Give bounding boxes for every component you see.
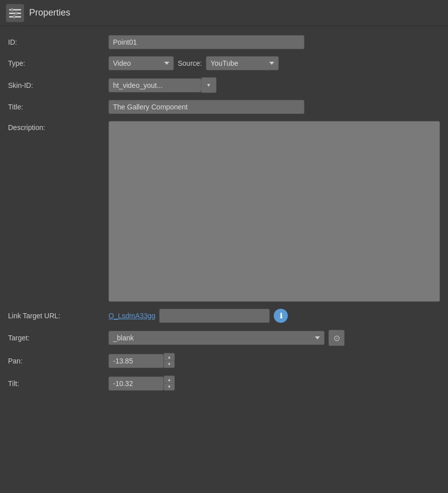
tilt-label: Tilt: xyxy=(8,380,108,388)
tilt-spinner-down[interactable]: ▼ xyxy=(164,383,175,391)
properties-icon xyxy=(6,4,24,22)
title-row: Title: xyxy=(8,100,440,114)
link-url-controls: O_LsdmA33gg ℹ xyxy=(108,309,440,323)
svg-rect-4 xyxy=(11,8,13,12)
link-url-row: Link Target URL: O_LsdmA33gg ℹ xyxy=(8,309,440,323)
type-row: Type: Video Image Audio Text Source: You… xyxy=(8,56,440,70)
description-textarea[interactable] xyxy=(108,121,440,302)
pan-row: Pan: ▲ ▼ xyxy=(8,353,440,368)
title-label: Title: xyxy=(8,103,108,111)
link-url-link[interactable]: O_LsdmA33gg xyxy=(108,312,155,320)
pan-spinner-up[interactable]: ▲ xyxy=(164,353,175,360)
properties-content: ID: Type: Video Image Audio Text Source:… xyxy=(0,26,448,407)
target-select[interactable]: _blank _self _parent _top xyxy=(108,331,324,345)
description-row: Description: xyxy=(8,121,440,302)
target-reset-button[interactable]: ⊙ xyxy=(328,330,345,346)
skin-id-label: Skin-ID: xyxy=(8,81,108,89)
pan-controls: ▲ ▼ xyxy=(108,353,440,368)
header-title: Properties xyxy=(29,8,70,18)
id-row: ID: xyxy=(8,35,440,49)
type-select[interactable]: Video Image Audio Text xyxy=(108,56,174,70)
id-label: ID: xyxy=(8,38,108,46)
properties-header: Properties xyxy=(0,0,448,26)
description-label: Description: xyxy=(8,121,108,132)
svg-rect-5 xyxy=(15,12,17,15)
svg-rect-1 xyxy=(9,9,21,11)
link-url-label: Link Target URL: xyxy=(8,312,108,320)
type-label: Type: xyxy=(8,59,108,67)
skin-id-controls xyxy=(108,77,440,93)
tilt-row: Tilt: ▲ ▼ xyxy=(8,376,440,391)
title-input[interactable] xyxy=(108,100,304,114)
pan-spinner: ▲ ▼ xyxy=(108,353,175,368)
id-controls xyxy=(108,35,440,49)
id-input[interactable] xyxy=(108,35,304,49)
tilt-input[interactable] xyxy=(108,377,164,391)
tilt-controls: ▲ ▼ xyxy=(108,376,440,391)
target-row: Target: _blank _self _parent _top ⊙ xyxy=(8,330,440,346)
pan-label: Pan: xyxy=(8,357,108,365)
skin-id-input[interactable] xyxy=(108,78,201,92)
tilt-spinner-buttons: ▲ ▼ xyxy=(164,376,175,391)
source-select[interactable]: YouTube Vimeo Local xyxy=(206,56,279,70)
pan-input[interactable] xyxy=(108,354,164,368)
target-controls: _blank _self _parent _top ⊙ xyxy=(108,330,440,346)
tilt-spinner: ▲ ▼ xyxy=(108,376,175,391)
pan-spinner-down[interactable]: ▼ xyxy=(164,360,175,368)
tilt-spinner-up[interactable]: ▲ xyxy=(164,376,175,383)
skin-dropdown-button[interactable] xyxy=(201,77,216,93)
source-label: Source: xyxy=(178,59,202,67)
skin-id-row: Skin-ID: xyxy=(8,77,440,93)
skin-container xyxy=(108,77,216,93)
type-controls: Video Image Audio Text Source: YouTube V… xyxy=(108,56,440,70)
svg-rect-6 xyxy=(13,15,15,19)
title-controls xyxy=(108,100,440,114)
link-url-input[interactable] xyxy=(159,309,270,323)
target-label: Target: xyxy=(8,334,108,342)
pan-spinner-buttons: ▲ ▼ xyxy=(164,353,175,368)
info-button[interactable]: ℹ xyxy=(274,309,288,323)
